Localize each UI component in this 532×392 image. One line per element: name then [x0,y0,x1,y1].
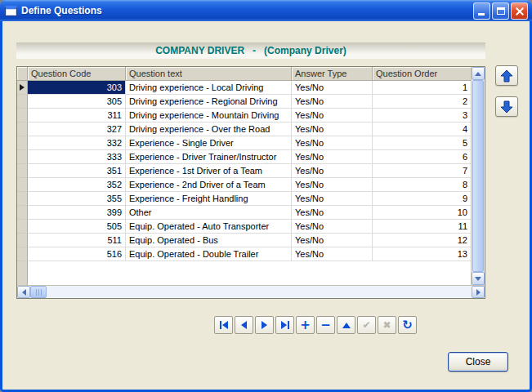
cell-answer-type[interactable]: Yes/No [292,95,373,109]
table-row[interactable]: 332 Experience - Single Driver Yes/No 5 [17,136,471,150]
table-row[interactable]: 505 Equip. Operated - Auto Transporter Y… [17,220,471,234]
nav-prior-button[interactable] [235,316,253,334]
scroll-left-button[interactable] [17,286,30,298]
nav-first-button[interactable] [214,316,233,334]
cell-question-order[interactable]: 3 [373,109,471,122]
table-row[interactable]: 305 Driving experience - Regional Drivin… [17,95,471,109]
cell-question-code[interactable]: 516 [28,247,126,261]
cell-question-text[interactable]: Experience - 1st Driver of a Team [126,164,292,178]
horizontal-scroll-thumb[interactable] [30,286,47,298]
table-row[interactable]: 351 Experience - 1st Driver of a Team Ye… [17,164,471,178]
row-indicator-cell [17,136,28,150]
cell-question-order[interactable]: 11 [373,220,471,234]
cell-answer-type[interactable]: Yes/No [292,136,373,150]
cell-question-code[interactable]: 505 [28,220,126,234]
vertical-scroll-thumb[interactable] [472,80,484,272]
cell-question-text[interactable]: Equip. Operated - Auto Transporter [126,220,292,234]
cell-answer-type[interactable]: Yes/No [292,164,373,178]
column-header-question-order[interactable]: Question Order [373,67,471,81]
cell-answer-type[interactable]: Yes/No [292,150,373,164]
cell-question-code[interactable]: 333 [28,150,126,164]
cell-question-text[interactable]: Driving experience - Regional Driving [126,95,292,109]
table-row[interactable]: 327 Driving experience - Over the Road Y… [17,122,471,136]
cell-question-order[interactable]: 13 [373,247,471,261]
nav-refresh-button[interactable]: ↻ [398,316,417,334]
vertical-scrollbar[interactable] [471,67,485,285]
cell-question-code[interactable]: 311 [28,109,126,122]
cell-answer-type[interactable]: Yes/No [292,122,373,136]
horizontal-scrollbar[interactable] [17,285,485,298]
column-header-answer-type[interactable]: Answer Type [292,67,373,81]
table-row[interactable]: 399 Other Yes/No 10 [17,206,471,220]
cell-question-order[interactable]: 8 [373,178,471,192]
table-row[interactable]: 303 Driving experience - Local Driving Y… [17,81,471,95]
cell-question-text[interactable]: Driving experience - Mountain Driving [126,109,292,122]
nav-last-button[interactable] [275,316,294,334]
cell-question-code[interactable]: 355 [28,192,126,206]
cell-question-order[interactable]: 4 [373,122,471,136]
cell-question-text[interactable]: Experience - 2nd Driver of a Team [126,178,292,192]
move-down-button[interactable] [495,96,518,117]
table-row[interactable]: 333 Experience - Driver Trainer/Instruct… [17,150,471,164]
cell-question-code[interactable]: 351 [28,164,126,178]
cell-question-text[interactable]: Equip. Operated - Bus [126,234,292,247]
cell-answer-type[interactable]: Yes/No [292,247,373,261]
cell-question-text[interactable]: Other [126,206,292,220]
cell-question-text[interactable]: Equip. Operated - Double Trailer [126,247,292,261]
cell-question-order[interactable]: 7 [373,164,471,178]
cell-question-order[interactable]: 1 [373,81,471,95]
nav-post-button[interactable]: ✔ [357,316,376,334]
nav-insert-button[interactable]: + [296,316,315,334]
cell-question-text[interactable]: Experience - Driver Trainer/Instructor [126,150,292,164]
cell-question-order[interactable]: 10 [373,206,471,220]
vertical-scroll-track[interactable] [472,80,485,272]
table-row[interactable]: 355 Experience - Freight Handling Yes/No… [17,192,471,206]
nav-next-button[interactable] [255,316,274,334]
scroll-down-button[interactable] [472,272,485,285]
scroll-right-button[interactable] [472,286,485,298]
minimize-button[interactable] [473,2,490,20]
nav-edit-button[interactable] [337,316,355,334]
row-indicator-cell [17,206,28,220]
scroll-up-button[interactable] [472,67,485,80]
cell-question-text[interactable]: Driving experience - Local Driving [126,81,292,95]
cell-question-text[interactable]: Driving experience - Over the Road [126,122,292,136]
cell-question-code[interactable]: 327 [28,122,126,136]
table-row[interactable]: 352 Experience - 2nd Driver of a Team Ye… [17,178,471,192]
cell-answer-type[interactable]: Yes/No [292,220,373,234]
cell-question-code[interactable]: 332 [28,136,126,150]
cell-question-code[interactable]: 399 [28,206,126,220]
cell-question-order[interactable]: 12 [373,234,471,247]
cell-question-code[interactable]: 303 [28,81,126,95]
company-header-text: COMPANY DRIVER - (Company Driver) [155,45,346,56]
cell-answer-type[interactable]: Yes/No [292,109,373,122]
nav-cancel-button[interactable]: ✖ [378,316,396,334]
scroll-down-icon [475,277,481,281]
cell-answer-type[interactable]: Yes/No [292,234,373,247]
titlebar[interactable]: Define Questions [0,0,532,21]
close-button[interactable]: Close [448,352,508,372]
cell-question-text[interactable]: Experience - Freight Handling [126,192,292,206]
cell-question-code[interactable]: 352 [28,178,126,192]
cell-question-order[interactable]: 2 [373,95,471,109]
table-row[interactable]: 516 Equip. Operated - Double Trailer Yes… [17,247,471,261]
cell-answer-type[interactable]: Yes/No [292,178,373,192]
move-up-button[interactable] [495,65,518,86]
cell-question-order[interactable]: 5 [373,136,471,150]
cell-answer-type[interactable]: Yes/No [292,206,373,220]
cell-answer-type[interactable]: Yes/No [292,81,373,95]
table-row[interactable]: 311 Driving experience - Mountain Drivin… [17,109,471,122]
column-header-question-code[interactable]: Question Code [28,67,126,81]
cell-question-order[interactable]: 9 [373,192,471,206]
horizontal-scroll-track[interactable] [47,286,472,298]
maximize-button[interactable] [492,2,509,20]
cell-question-text[interactable]: Experience - Single Driver [126,136,292,150]
column-header-question-text[interactable]: Question text [126,67,292,81]
cell-question-code[interactable]: 305 [28,95,126,109]
table-row[interactable]: 511 Equip. Operated - Bus Yes/No 12 [17,234,471,247]
close-window-button[interactable] [511,2,528,20]
cell-question-order[interactable]: 6 [373,150,471,164]
cell-answer-type[interactable]: Yes/No [292,192,373,206]
nav-delete-button[interactable]: − [316,316,335,334]
cell-question-code[interactable]: 511 [28,234,126,247]
